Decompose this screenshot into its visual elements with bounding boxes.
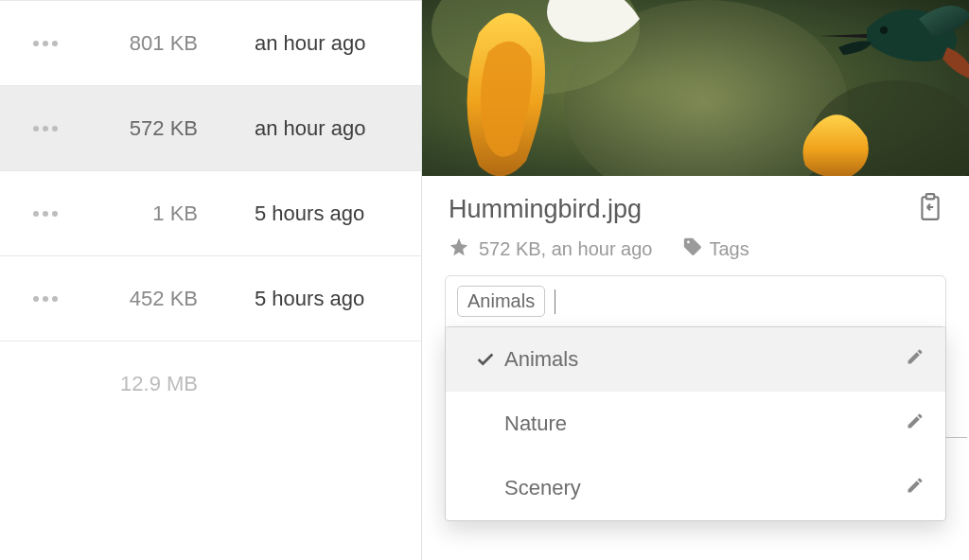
file-size: 572 KB (65, 116, 198, 141)
tag-input[interactable]: Animals (446, 276, 945, 326)
file-size: 1 KB (65, 201, 198, 226)
file-title: Hummingbird.jpg (449, 195, 642, 224)
image-preview (422, 0, 969, 176)
tag-option-label: Animals (504, 347, 906, 372)
file-time: an hour ago (198, 116, 400, 141)
svg-rect-5 (922, 197, 938, 219)
detail-pane: Hummingbird.jpg 572 KB, an hour ago (422, 0, 969, 560)
tag-option-label: Scenery (504, 476, 906, 500)
file-row[interactable]: 1 KB 5 hours ago (0, 170, 421, 255)
tag-option-label: Nature (504, 411, 906, 436)
file-size: 452 KB (65, 287, 198, 311)
tag-panel: Animals Animals Nature (445, 275, 946, 521)
file-row[interactable]: 801 KB an hour ago (0, 0, 421, 85)
tags-label: Tags (709, 238, 749, 260)
file-time: an hour ago (198, 31, 400, 56)
svg-point-4 (880, 26, 888, 34)
clipboard-icon[interactable] (918, 193, 943, 225)
tag-chip[interactable]: Animals (457, 286, 545, 317)
star-icon[interactable] (449, 236, 469, 262)
more-icon[interactable] (33, 211, 65, 217)
file-time: 5 hours ago (198, 201, 400, 226)
more-icon[interactable] (33, 126, 65, 131)
file-size: 801 KB (65, 31, 198, 56)
tag-dropdown: Animals Nature Scenery (445, 326, 946, 521)
tag-option[interactable]: Nature (446, 392, 945, 456)
text-cursor (555, 289, 555, 314)
tag-icon (682, 236, 703, 262)
check-icon (467, 349, 504, 370)
file-list: 801 KB an hour ago 572 KB an hour ago 1 … (0, 0, 422, 560)
more-icon[interactable] (33, 296, 65, 302)
total-size: 12.9 MB (33, 372, 198, 396)
file-meta: 572 KB, an hour ago (479, 238, 652, 260)
file-time: 5 hours ago (198, 287, 400, 311)
file-row[interactable]: 452 KB 5 hours ago (0, 255, 421, 341)
pencil-icon[interactable] (906, 347, 925, 372)
tag-option[interactable]: Scenery (446, 456, 945, 520)
svg-rect-6 (926, 194, 935, 199)
pencil-icon[interactable] (906, 411, 925, 436)
tag-option[interactable]: Animals (446, 327, 945, 392)
more-icon[interactable] (33, 41, 65, 46)
pencil-icon[interactable] (906, 476, 925, 500)
connector-line (945, 437, 946, 438)
total-row: 12.9 MB (0, 341, 421, 426)
file-row[interactable]: 572 KB an hour ago (0, 85, 421, 170)
